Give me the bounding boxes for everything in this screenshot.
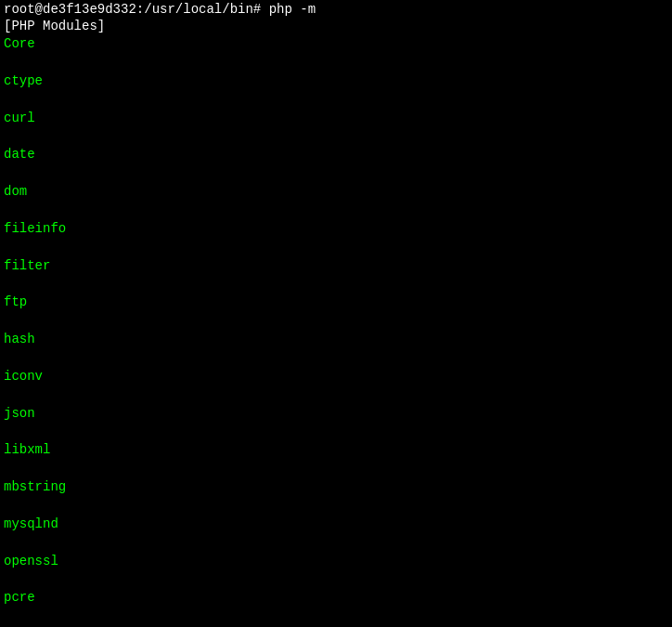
module-item-openssl: openssl (4, 553, 668, 571)
module-item-json: json (4, 405, 668, 424)
module-item-filter: filter (4, 257, 668, 276)
module-item-iconv: iconv (4, 368, 668, 386)
module-item-mysqlnd: mysqlnd (4, 516, 668, 534)
module-item-fileinfo: fileinfo (4, 220, 668, 239)
module-item-dom: dom (4, 183, 668, 202)
module-item-date: date (4, 146, 668, 164)
module-item-ftp: ftp (4, 294, 668, 312)
module-item-hash: hash (4, 331, 668, 349)
module-item-libxml: libxml (4, 441, 668, 460)
module-item-core: Core (4, 35, 668, 54)
module-item-ctype: ctype (4, 72, 668, 91)
terminal-window: root@de3f13e9d332:/usr/local/bin# php -m… (0, 0, 672, 627)
command-line: root@de3f13e9d332:/usr/local/bin# php -m (4, 2, 668, 17)
module-item-curl: curl (4, 110, 668, 128)
module-item-pcre: pcre (4, 589, 668, 607)
module-item-mbstring: mbstring (4, 478, 668, 497)
php-modules-header: [PHP Modules] (4, 19, 668, 33)
module-list: Corectypecurldatedomfileinfofilterftphas… (4, 35, 668, 627)
